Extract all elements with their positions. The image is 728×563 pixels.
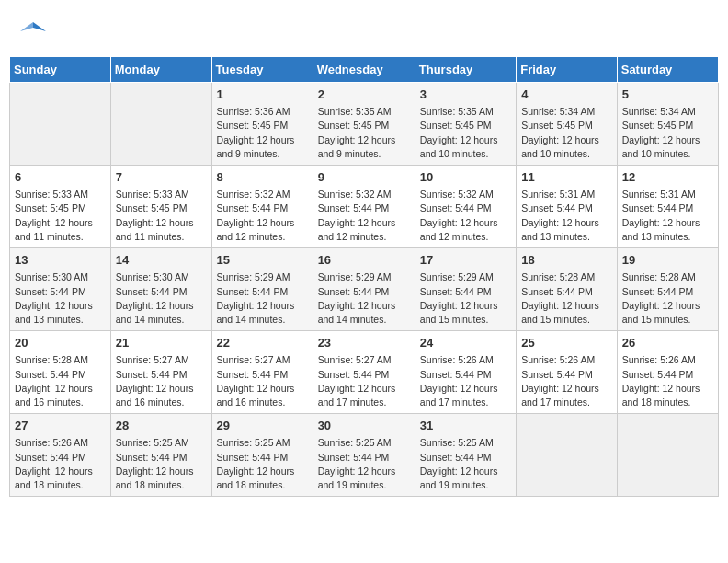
day-info: Sunrise: 5:29 AM Sunset: 5:44 PM Dayligh… [318, 270, 410, 327]
weekday-header-monday: Monday [110, 57, 211, 83]
calendar-cell: 14Sunrise: 5:30 AM Sunset: 5:44 PM Dayli… [110, 248, 211, 331]
day-number: 26 [622, 335, 713, 351]
calendar-cell: 26Sunrise: 5:26 AM Sunset: 5:44 PM Dayli… [617, 331, 718, 414]
day-info: Sunrise: 5:34 AM Sunset: 5:45 PM Dayligh… [622, 105, 713, 161]
day-number: 17 [420, 252, 511, 269]
svg-marker-0 [33, 22, 46, 31]
day-info: Sunrise: 5:30 AM Sunset: 5:44 PM Dayligh… [15, 270, 106, 327]
weekday-header-wednesday: Wednesday [313, 57, 415, 83]
day-number: 31 [420, 418, 511, 434]
calendar-cell: 6Sunrise: 5:33 AM Sunset: 5:45 PM Daylig… [10, 166, 111, 248]
calendar-week-row: 27Sunrise: 5:26 AM Sunset: 5:44 PM Dayli… [10, 414, 719, 497]
weekday-header-thursday: Thursday [415, 57, 516, 83]
calendar-cell: 27Sunrise: 5:26 AM Sunset: 5:44 PM Dayli… [10, 414, 111, 497]
day-info: Sunrise: 5:26 AM Sunset: 5:44 PM Dayligh… [622, 353, 713, 409]
day-info: Sunrise: 5:26 AM Sunset: 5:44 PM Dayligh… [15, 436, 106, 492]
day-number: 29 [217, 418, 308, 434]
day-info: Sunrise: 5:25 AM Sunset: 5:44 PM Dayligh… [318, 436, 410, 492]
calendar-table: SundayMondayTuesdayWednesdayThursdayFrid… [9, 56, 719, 497]
calendar-week-row: 1Sunrise: 5:36 AM Sunset: 5:45 PM Daylig… [10, 83, 719, 166]
day-number: 22 [217, 335, 308, 351]
calendar-cell: 16Sunrise: 5:29 AM Sunset: 5:44 PM Dayli… [313, 248, 415, 331]
day-number: 6 [15, 169, 106, 186]
calendar-cell: 10Sunrise: 5:32 AM Sunset: 5:44 PM Dayli… [415, 166, 516, 248]
day-number: 28 [116, 418, 207, 434]
day-number: 7 [116, 169, 207, 186]
day-info: Sunrise: 5:35 AM Sunset: 5:45 PM Dayligh… [318, 105, 410, 161]
calendar-cell: 22Sunrise: 5:27 AM Sunset: 5:44 PM Dayli… [211, 331, 313, 414]
day-number: 12 [622, 169, 713, 186]
calendar-cell: 23Sunrise: 5:27 AM Sunset: 5:44 PM Dayli… [313, 331, 415, 414]
day-info: Sunrise: 5:28 AM Sunset: 5:44 PM Dayligh… [15, 353, 106, 409]
day-info: Sunrise: 5:36 AM Sunset: 5:45 PM Dayligh… [217, 105, 308, 161]
day-number: 2 [318, 86, 410, 103]
calendar-cell: 28Sunrise: 5:25 AM Sunset: 5:44 PM Dayli… [110, 414, 211, 497]
day-info: Sunrise: 5:25 AM Sunset: 5:44 PM Dayligh… [217, 436, 308, 492]
day-info: Sunrise: 5:35 AM Sunset: 5:45 PM Dayligh… [420, 105, 511, 161]
day-number: 19 [622, 252, 713, 269]
day-info: Sunrise: 5:26 AM Sunset: 5:44 PM Dayligh… [521, 353, 612, 409]
day-info: Sunrise: 5:26 AM Sunset: 5:44 PM Dayligh… [420, 353, 511, 409]
calendar-cell: 20Sunrise: 5:28 AM Sunset: 5:44 PM Dayli… [10, 331, 111, 414]
calendar-cell: 25Sunrise: 5:26 AM Sunset: 5:44 PM Dayli… [517, 331, 618, 414]
calendar-cell: 4Sunrise: 5:34 AM Sunset: 5:45 PM Daylig… [517, 83, 618, 166]
day-number: 8 [217, 169, 308, 186]
day-info: Sunrise: 5:31 AM Sunset: 5:44 PM Dayligh… [622, 188, 713, 244]
day-info: Sunrise: 5:31 AM Sunset: 5:44 PM Dayligh… [521, 188, 612, 244]
calendar-cell: 19Sunrise: 5:28 AM Sunset: 5:44 PM Dayli… [617, 248, 718, 331]
day-number: 14 [116, 252, 207, 269]
calendar-cell: 3Sunrise: 5:35 AM Sunset: 5:45 PM Daylig… [415, 83, 516, 166]
calendar-week-row: 13Sunrise: 5:30 AM Sunset: 5:44 PM Dayli… [10, 248, 719, 331]
day-number: 4 [521, 86, 612, 103]
calendar-header-row: SundayMondayTuesdayWednesdayThursdayFrid… [10, 57, 719, 83]
day-info: Sunrise: 5:30 AM Sunset: 5:44 PM Dayligh… [116, 270, 207, 327]
calendar-week-row: 6Sunrise: 5:33 AM Sunset: 5:45 PM Daylig… [10, 166, 719, 248]
calendar-cell: 31Sunrise: 5:25 AM Sunset: 5:44 PM Dayli… [415, 414, 516, 497]
day-info: Sunrise: 5:29 AM Sunset: 5:44 PM Dayligh… [420, 270, 511, 327]
day-info: Sunrise: 5:27 AM Sunset: 5:44 PM Dayligh… [318, 353, 410, 409]
calendar-cell: 12Sunrise: 5:31 AM Sunset: 5:44 PM Dayli… [617, 166, 718, 248]
day-info: Sunrise: 5:25 AM Sunset: 5:44 PM Dayligh… [420, 436, 511, 492]
calendar-cell [110, 83, 211, 166]
calendar-cell: 18Sunrise: 5:28 AM Sunset: 5:44 PM Dayli… [517, 248, 618, 331]
calendar-cell: 11Sunrise: 5:31 AM Sunset: 5:44 PM Dayli… [517, 166, 618, 248]
weekday-header-saturday: Saturday [617, 57, 718, 83]
day-info: Sunrise: 5:28 AM Sunset: 5:44 PM Dayligh… [521, 270, 612, 327]
day-number: 11 [521, 169, 612, 186]
calendar-cell: 1Sunrise: 5:36 AM Sunset: 5:45 PM Daylig… [211, 83, 313, 166]
day-number: 18 [521, 252, 612, 269]
day-info: Sunrise: 5:33 AM Sunset: 5:45 PM Dayligh… [116, 188, 207, 244]
day-info: Sunrise: 5:32 AM Sunset: 5:44 PM Dayligh… [217, 188, 308, 244]
calendar-cell: 2Sunrise: 5:35 AM Sunset: 5:45 PM Daylig… [313, 83, 415, 166]
day-info: Sunrise: 5:27 AM Sunset: 5:44 PM Dayligh… [116, 353, 207, 409]
calendar-cell [617, 414, 718, 497]
calendar-cell: 5Sunrise: 5:34 AM Sunset: 5:45 PM Daylig… [617, 83, 718, 166]
day-number: 27 [15, 418, 106, 434]
day-number: 5 [622, 86, 713, 103]
calendar-week-row: 20Sunrise: 5:28 AM Sunset: 5:44 PM Dayli… [10, 331, 719, 414]
weekday-header-tuesday: Tuesday [211, 57, 313, 83]
calendar-cell: 9Sunrise: 5:32 AM Sunset: 5:44 PM Daylig… [313, 166, 415, 248]
day-number: 10 [420, 169, 511, 186]
day-number: 25 [521, 335, 612, 351]
header [9, 9, 719, 49]
calendar-cell [517, 414, 618, 497]
day-info: Sunrise: 5:32 AM Sunset: 5:44 PM Dayligh… [420, 188, 511, 244]
calendar-cell: 30Sunrise: 5:25 AM Sunset: 5:44 PM Dayli… [313, 414, 415, 497]
day-number: 16 [318, 252, 410, 269]
weekday-header-friday: Friday [517, 57, 618, 83]
calendar-cell: 13Sunrise: 5:30 AM Sunset: 5:44 PM Dayli… [10, 248, 111, 331]
day-number: 20 [15, 335, 106, 351]
calendar-cell: 7Sunrise: 5:33 AM Sunset: 5:45 PM Daylig… [110, 166, 211, 248]
svg-marker-1 [20, 22, 33, 31]
calendar-cell: 15Sunrise: 5:29 AM Sunset: 5:44 PM Dayli… [211, 248, 313, 331]
day-info: Sunrise: 5:32 AM Sunset: 5:44 PM Dayligh… [318, 188, 410, 244]
day-number: 1 [217, 86, 308, 103]
calendar-cell: 29Sunrise: 5:25 AM Sunset: 5:44 PM Dayli… [211, 414, 313, 497]
day-number: 9 [318, 169, 410, 186]
day-number: 3 [420, 86, 511, 103]
calendar-cell: 8Sunrise: 5:32 AM Sunset: 5:44 PM Daylig… [211, 166, 313, 248]
day-info: Sunrise: 5:25 AM Sunset: 5:44 PM Dayligh… [116, 436, 207, 492]
day-number: 24 [420, 335, 511, 351]
day-info: Sunrise: 5:29 AM Sunset: 5:44 PM Dayligh… [217, 270, 308, 327]
